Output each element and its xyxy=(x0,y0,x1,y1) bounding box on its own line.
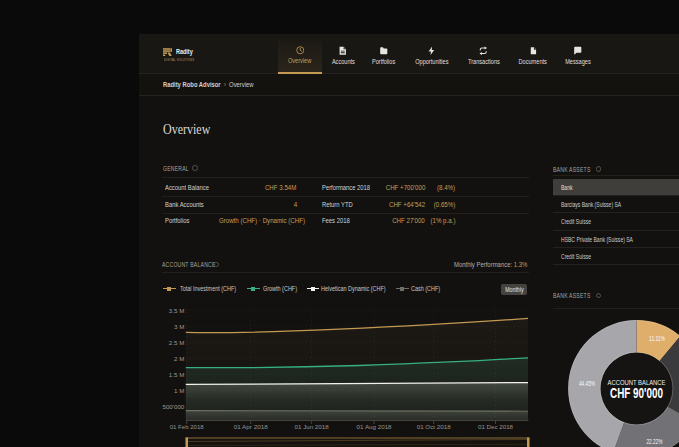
svg-text:1.5 M: 1.5 M xyxy=(169,371,184,378)
svg-text:3 M: 3 M xyxy=(174,323,184,330)
svg-text:CHF 90'000: CHF 90'000 xyxy=(610,385,663,401)
svg-text:01 Dec 2018: 01 Dec 2018 xyxy=(478,423,514,430)
svg-text:22.22%: 22.22% xyxy=(647,438,663,445)
svg-text:11.11%: 11.11% xyxy=(649,335,665,342)
svg-text:44.45%: 44.45% xyxy=(579,380,595,387)
svg-text:01 Feb 2018: 01 Feb 2018 xyxy=(170,423,205,430)
svg-text:01 Jun 2018: 01 Jun 2018 xyxy=(295,423,330,430)
svg-text:01 Apr 2018: 01 Apr 2018 xyxy=(234,423,269,430)
svg-text:01 Aug 2018: 01 Aug 2018 xyxy=(357,423,393,430)
svg-text:01 Oct 2018: 01 Oct 2018 xyxy=(417,423,452,430)
svg-text:1 M: 1 M xyxy=(174,387,184,394)
svg-text:2.5 M: 2.5 M xyxy=(169,339,184,346)
svg-text:500'000: 500'000 xyxy=(162,403,184,410)
svg-text:3.5 M: 3.5 M xyxy=(169,307,184,314)
svg-text:2 M: 2 M xyxy=(174,355,184,362)
